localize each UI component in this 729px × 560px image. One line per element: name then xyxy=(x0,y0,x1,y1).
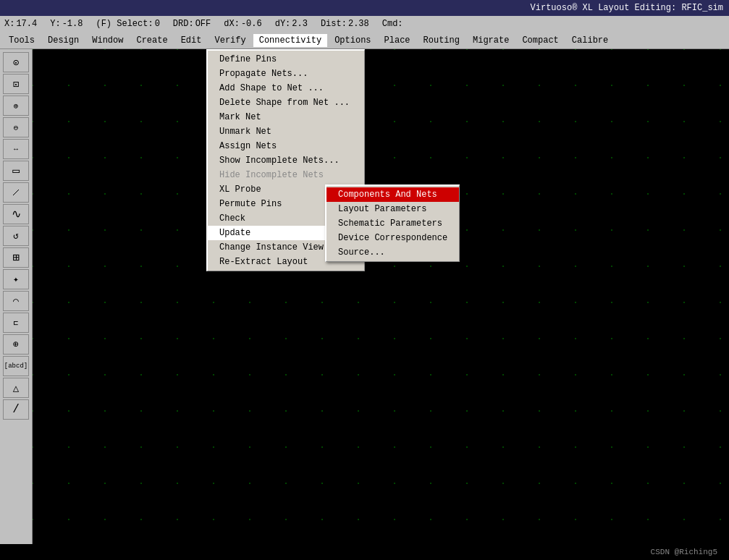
menu-item-verify[interactable]: Verify xyxy=(208,34,251,47)
menu-item-calibre[interactable]: Calibre xyxy=(566,34,614,47)
status-bar: X: 17.4 Y: -1.8 (F) Select: 0 DRD: OFF d… xyxy=(0,16,729,32)
dy-label: dY: xyxy=(275,19,291,29)
menu-item-window[interactable]: Window xyxy=(86,34,129,47)
title-bar: Virtuoso® XL Layout Editing: RFIC_sim xyxy=(0,0,729,16)
select-tool-btn[interactable]: ⊙ xyxy=(3,52,29,72)
left-toolbar: ⊙ ⊡ ⊕ ⊖ ↔ ▭ ⟋ ∿ ↺ ⊞ ✦ ⌒ ⊏ ⊕ [abcd] △ / xyxy=(0,49,33,544)
submenu-item-source[interactable]: Source... xyxy=(326,245,459,260)
rectangle-tool-btn[interactable]: ▭ xyxy=(3,161,29,181)
drd-label: DRD: xyxy=(173,19,194,29)
select-value: 0 xyxy=(155,19,160,29)
menu-item-mark-net[interactable]: Mark Net xyxy=(208,110,364,124)
submenu-item-schematic-parameters[interactable]: Schematic Parameters xyxy=(326,216,459,231)
x-label: X: xyxy=(4,19,14,29)
pan-tool-btn[interactable]: ↔ xyxy=(3,139,29,159)
star-tool-btn[interactable]: ✦ xyxy=(3,269,29,289)
menu-item-unmark-net[interactable]: Unmark Net xyxy=(208,124,364,139)
menu-item-define-pins[interactable]: Define Pins xyxy=(208,52,364,67)
menu-item-options[interactable]: Options xyxy=(329,34,376,47)
title-text: Virtuoso® XL Layout Editing: RFIC_sim xyxy=(531,3,723,13)
menu-item-routing[interactable]: Routing xyxy=(418,34,465,47)
drd-value: OFF xyxy=(195,19,211,29)
path-tool-btn[interactable]: ⟋ xyxy=(3,182,29,203)
menu-item-propagate-nets[interactable]: Propagate Nets... xyxy=(208,67,364,81)
dy-value: 2.3 xyxy=(292,19,308,29)
arc-tool-btn[interactable]: ⌒ xyxy=(3,291,29,311)
menu-item-migrate[interactable]: Migrate xyxy=(467,34,515,47)
zoom-region-tool-btn[interactable]: ⊡ xyxy=(3,74,29,94)
curve-tool-btn[interactable]: ∿ xyxy=(3,204,29,224)
menu-item-create[interactable]: Create xyxy=(130,34,173,47)
submenu-item-components-and-nets[interactable]: Components And Nets xyxy=(326,187,459,202)
grid-tool-btn[interactable]: ⊞ xyxy=(3,247,29,268)
menu-item-delete-shape-net[interactable]: Delete Shape from Net ... xyxy=(208,96,364,110)
x-value: 17.4 xyxy=(16,19,37,29)
canvas-area[interactable] xyxy=(33,49,729,544)
cmd-label: Cmd: xyxy=(382,19,403,29)
label-tool-btn[interactable]: [abcd] xyxy=(3,356,29,376)
dx-value: -0.6 xyxy=(241,19,262,29)
menu-item-add-shape-net[interactable]: Add Shape to Net ... xyxy=(208,81,364,96)
watermark: CSDN @Riching5 xyxy=(651,548,717,556)
dist-value: 2.38 xyxy=(348,19,369,29)
menu-item-connectivity[interactable]: Connectivity xyxy=(253,34,327,47)
snap-tool-btn[interactable]: ⊏ xyxy=(3,313,29,333)
dx-label: dX: xyxy=(224,19,240,29)
bottom-bar: CSDN @Riching5 xyxy=(0,544,729,560)
menu-item-hide-incomplete-nets: Hide Incomplete Nets xyxy=(208,168,364,182)
menu-item-tools[interactable]: Tools xyxy=(3,34,41,47)
pin-tool-btn[interactable]: ⊕ xyxy=(3,334,29,355)
menu-item-design[interactable]: Design xyxy=(42,34,85,47)
submenu-item-device-correspondence[interactable]: Device Correspondence xyxy=(326,231,459,245)
menu-item-edit[interactable]: Edit xyxy=(175,34,208,47)
rotate-tool-btn[interactable]: ↺ xyxy=(3,226,29,246)
dist-label: Dist: xyxy=(321,19,347,29)
y-value: -1.8 xyxy=(62,19,83,29)
menu-item-place[interactable]: Place xyxy=(379,34,416,47)
wire-tool-btn[interactable]: / xyxy=(3,399,29,420)
zoom-in-tool-btn[interactable]: ⊕ xyxy=(3,96,29,116)
zoom-out-tool-btn[interactable]: ⊖ xyxy=(3,117,29,137)
menu-item-show-incomplete-nets[interactable]: Show Incomplete Nets... xyxy=(208,153,364,168)
menu-bar: ToolsDesignWindowCreateEditVerifyConnect… xyxy=(0,32,729,49)
menu-item-compact[interactable]: Compact xyxy=(516,34,564,47)
update-submenu: Components And Nets Layout Parameters Sc… xyxy=(325,184,460,262)
polygon-tool-btn[interactable]: △ xyxy=(3,378,29,398)
select-label: (F) Select: xyxy=(96,19,153,29)
menu-item-assign-nets[interactable]: Assign Nets xyxy=(208,139,364,153)
y-label: Y: xyxy=(50,19,60,29)
submenu-item-layout-parameters[interactable]: Layout Parameters xyxy=(326,202,459,216)
